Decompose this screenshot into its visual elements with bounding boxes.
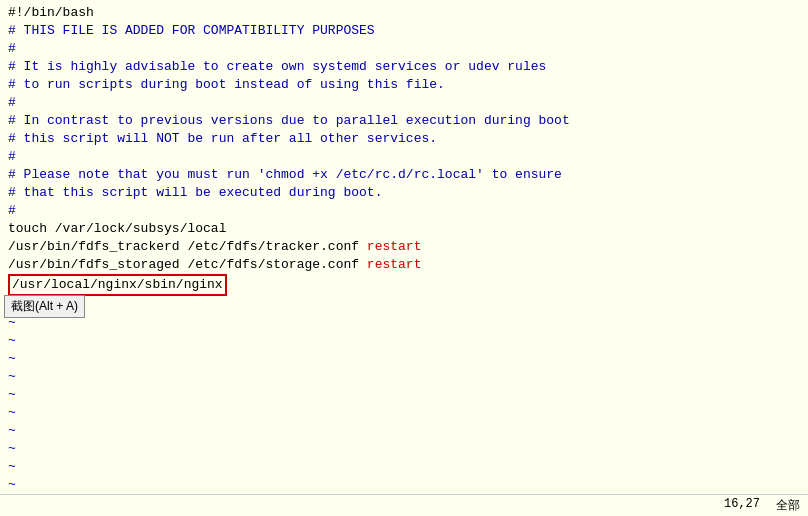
- code-line: /usr/local/nginx/sbin/nginx: [8, 274, 800, 296]
- code-line: # It is highly advisable to create own s…: [8, 58, 800, 76]
- code-line: /usr/bin/fdfs_trackerd /etc/fdfs/tracker…: [8, 238, 800, 256]
- editor-container: #!/bin/bash# THIS FILE IS ADDED FOR COMP…: [0, 0, 808, 516]
- tooltip-box: 截图(Alt + A): [4, 295, 85, 318]
- code-line: ~: [8, 458, 800, 476]
- code-line: # In contrast to previous versions due t…: [8, 112, 800, 130]
- cursor-position: 16,27: [724, 497, 760, 514]
- code-line: ~: [8, 314, 800, 332]
- code-line: ~: [8, 440, 800, 458]
- code-line: /usr/bin/fdfs_storaged /etc/fdfs/storage…: [8, 256, 800, 274]
- code-line: # to run scripts during boot instead of …: [8, 76, 800, 94]
- code-line: ~: [8, 368, 800, 386]
- code-line: ~: [8, 332, 800, 350]
- code-line: ~: [8, 296, 800, 314]
- code-line: #!/bin/bash: [8, 4, 800, 22]
- code-line: # Please note that you must run 'chmod +…: [8, 166, 800, 184]
- content-area[interactable]: #!/bin/bash# THIS FILE IS ADDED FOR COMP…: [0, 0, 808, 494]
- code-line: ~: [8, 476, 800, 494]
- status-mode: 全部: [776, 497, 800, 514]
- code-line: ~: [8, 404, 800, 422]
- code-line: ~: [8, 350, 800, 368]
- code-line: #: [8, 94, 800, 112]
- code-line: ~: [8, 386, 800, 404]
- code-line: # that this script will be executed duri…: [8, 184, 800, 202]
- code-line: #: [8, 202, 800, 220]
- code-line: touch /var/lock/subsys/local: [8, 220, 800, 238]
- code-line: ~: [8, 422, 800, 440]
- code-line: #: [8, 40, 800, 58]
- status-bar: 16,27 全部: [0, 494, 808, 516]
- code-line: #: [8, 148, 800, 166]
- code-line: # THIS FILE IS ADDED FOR COMPATIBILITY P…: [8, 22, 800, 40]
- status-right: 16,27 全部: [724, 497, 800, 514]
- code-line: # this script will NOT be run after all …: [8, 130, 800, 148]
